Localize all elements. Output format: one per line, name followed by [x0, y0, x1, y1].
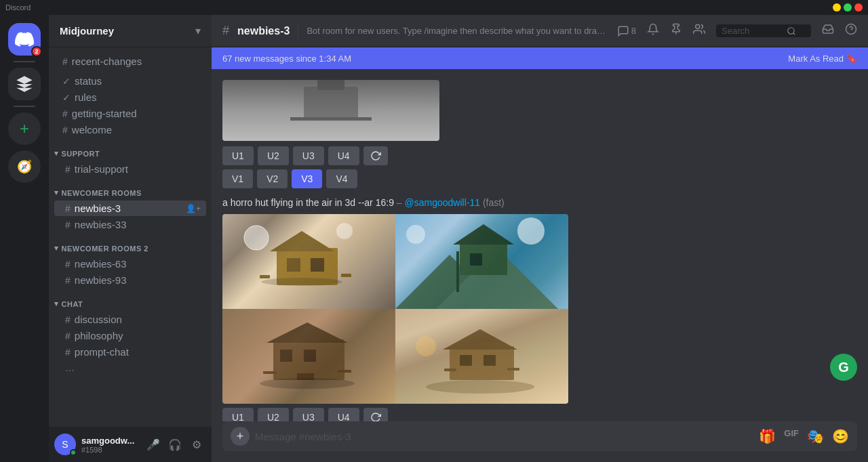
u1-button-bottom[interactable]: U1: [222, 408, 254, 421]
add-server-button[interactable]: +: [8, 112, 41, 145]
svg-rect-28: [304, 350, 316, 362]
u1-button-top[interactable]: U1: [222, 146, 254, 165]
user-controls: 🎤 🎧 ⚙: [144, 435, 206, 454]
explore-servers-button[interactable]: 🧭: [8, 150, 41, 183]
header-divider: [298, 23, 298, 39]
svg-rect-30: [338, 370, 351, 373]
category-newcomer-rooms-2[interactable]: ▾ NEWCOMER ROOMS 2: [49, 233, 212, 255]
u3-button-bottom[interactable]: U3: [293, 408, 324, 421]
channel-item-newbies-3[interactable]: # newbies-3 👤+: [54, 201, 206, 216]
svg-rect-13: [341, 274, 351, 277]
search-input[interactable]: [722, 26, 783, 36]
u2-button-bottom[interactable]: U2: [258, 408, 289, 421]
top-action-buttons-row2: V1 V2 V3 V4: [222, 169, 568, 188]
ellipsis-icon: …: [65, 362, 75, 373]
hash-thread-icon: #: [65, 314, 71, 325]
u2-button-top[interactable]: U2: [258, 146, 289, 165]
titlebar-left: Discord: [5, 3, 31, 12]
channel-item-newbies-93[interactable]: # newbies-93: [54, 272, 206, 288]
grid-image-4[interactable]: [395, 309, 568, 404]
search-box[interactable]: [716, 24, 811, 37]
svg-rect-39: [444, 369, 456, 371]
category-newcomer-rooms[interactable]: ▾ NEWCOMER ROOMS: [49, 177, 212, 200]
settings-button[interactable]: ⚙: [187, 435, 206, 454]
pin-icon[interactable]: [670, 23, 682, 39]
channel-description: Bot room for new users. Type /imagine th…: [307, 26, 608, 36]
microphone-button[interactable]: 🎤: [144, 435, 163, 454]
v1-button-top[interactable]: V1: [222, 169, 253, 188]
channel-item-recent-changes[interactable]: # recent-changes: [54, 54, 206, 69]
svg-marker-20: [453, 224, 514, 245]
channel-item-newbies-33[interactable]: # newbies-33: [54, 217, 206, 232]
app-layout: 2 + 🧭 Midjourney ▾ # recent-changes ✓ st…: [0, 15, 868, 462]
channel-item-trial-support[interactable]: # trial-support: [54, 161, 206, 177]
add-attachment-button[interactable]: +: [231, 427, 250, 446]
channel-item-discussion[interactable]: # discussion: [54, 312, 206, 327]
v4-button-top[interactable]: V4: [326, 169, 357, 188]
channel-item-rules[interactable]: ✓ rules: [54, 89, 206, 105]
svg-rect-5: [304, 87, 358, 121]
svg-rect-38: [484, 355, 496, 366]
svg-rect-29: [263, 371, 277, 374]
svg-line-3: [793, 33, 795, 35]
messages-area[interactable]: U1 U2 U3 U4 V1 V2 V3 V4: [212, 69, 868, 421]
midjourney-server-icon[interactable]: [8, 68, 41, 100]
refresh-button-top[interactable]: [363, 146, 388, 165]
channel-item-prompt-chat[interactable]: # prompt-chat: [54, 344, 206, 360]
channel-item-philosophy[interactable]: # philosophy: [54, 328, 206, 343]
channel-item-more[interactable]: …: [54, 360, 206, 375]
grid-image-1[interactable]: [222, 214, 395, 309]
help-icon[interactable]: [845, 23, 857, 39]
channel-item-getting-started[interactable]: # getting-started: [54, 106, 206, 121]
svg-point-24: [406, 225, 425, 244]
threads-icon[interactable]: 8: [617, 25, 636, 37]
svg-rect-34: [450, 346, 514, 380]
svg-rect-10: [287, 258, 300, 272]
floating-user-avatar[interactable]: G: [830, 354, 857, 381]
checkmark-icon: ✓: [62, 76, 71, 87]
svg-marker-9: [270, 231, 334, 251]
u3-button-top[interactable]: U3: [293, 146, 324, 165]
headphones-button[interactable]: 🎧: [165, 435, 184, 454]
channel-item-newbies-63[interactable]: # newbies-63: [54, 256, 206, 272]
channel-item-status[interactable]: ✓ status: [54, 73, 206, 89]
hash-icon: #: [62, 56, 68, 67]
message-input[interactable]: [255, 431, 753, 442]
svg-rect-11: [311, 258, 324, 272]
close-button[interactable]: [854, 3, 863, 12]
collapse-icon: ▾: [54, 188, 59, 197]
titlebar-controls[interactable]: [833, 3, 863, 12]
svg-rect-22: [456, 251, 459, 292]
category-chat[interactable]: ▾ CHAT: [49, 289, 212, 311]
emoji-icon[interactable]: 😊: [832, 428, 849, 444]
channel-item-welcome[interactable]: # welcome: [54, 122, 206, 138]
gif-button[interactable]: GIF: [784, 428, 799, 444]
inbox-icon[interactable]: [822, 23, 834, 39]
hash-thread-icon: #: [65, 259, 71, 270]
discord-home-icon[interactable]: 2: [8, 23, 41, 56]
app-title: Discord: [5, 3, 31, 12]
v3-button-top[interactable]: V3: [292, 169, 322, 188]
notification-bar: 67 new messages since 1:34 AM Mark As Re…: [212, 47, 868, 69]
prompt-user-link[interactable]: @samgoodwill-11: [405, 197, 480, 208]
maximize-button[interactable]: [844, 3, 852, 12]
notification-bell-icon[interactable]: [647, 23, 659, 39]
channels-list: # recent-changes ✓ status ✓ rules # gett…: [49, 47, 212, 427]
svg-rect-6: [317, 80, 344, 90]
server-header[interactable]: Midjourney ▾: [49, 15, 212, 47]
hash-thread-icon: #: [65, 275, 71, 286]
user-avatar[interactable]: S: [54, 434, 76, 455]
username: samgoodw...: [81, 436, 138, 446]
members-icon[interactable]: [693, 23, 705, 39]
category-support[interactable]: ▾ SUPPORT: [49, 138, 212, 161]
gift-icon[interactable]: 🎁: [759, 428, 776, 444]
sticker-icon[interactable]: 🎭: [807, 428, 824, 444]
refresh-button-bottom[interactable]: [363, 408, 388, 421]
u4-button-top[interactable]: U4: [328, 146, 359, 165]
grid-image-3[interactable]: [222, 309, 395, 404]
minimize-button[interactable]: [833, 3, 841, 12]
u4-button-bottom[interactable]: U4: [328, 408, 359, 421]
mark-as-read-button[interactable]: Mark As Read 🔖: [788, 54, 857, 64]
grid-image-2[interactable]: [395, 214, 568, 309]
v2-button-top[interactable]: V2: [257, 169, 288, 188]
